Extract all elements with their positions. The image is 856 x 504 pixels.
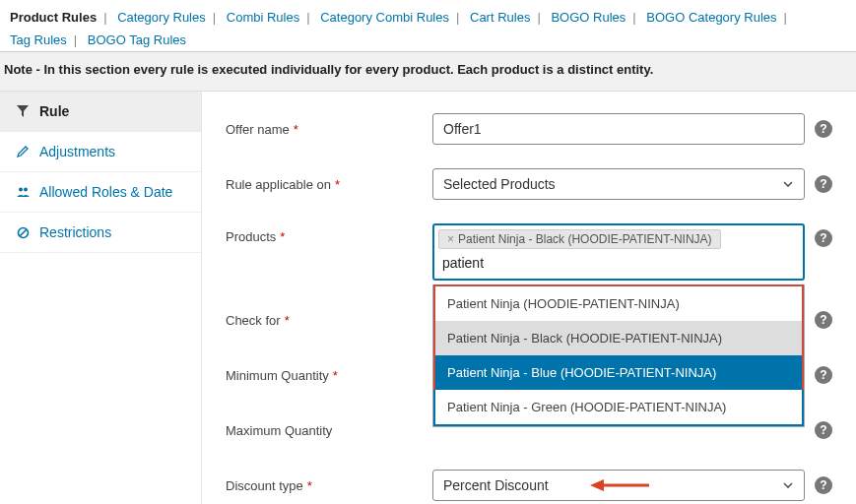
rule-form: Offer name* ? Rule applicable on* Select… (202, 92, 856, 504)
min-qty-label: Minimum Quantity* (226, 368, 432, 383)
discount-type-label: Discount type* (226, 478, 432, 493)
offer-name-input[interactable] (432, 113, 805, 145)
chevron-down-icon (782, 178, 794, 190)
chevron-down-icon (782, 479, 794, 491)
tab-bogo-rules[interactable]: BOGO Rules (545, 6, 631, 29)
selected-product-tag: × Patient Ninja - Black (HOODIE-PATIENT-… (438, 229, 721, 249)
tab-bogo-category-rules[interactable]: BOGO Category Rules (640, 6, 782, 29)
product-option[interactable]: Patient Ninja - Blue (HOODIE-PATIENT-NIN… (435, 355, 802, 390)
sidebar-item-roles-date[interactable]: Allowed Roles & Date (0, 172, 201, 213)
discount-type-value: Percent Discount (443, 477, 549, 493)
pencil-icon (16, 146, 30, 158)
help-icon[interactable]: ? (815, 311, 832, 329)
remove-tag-icon[interactable]: × (447, 232, 454, 246)
users-icon (16, 186, 30, 198)
help-icon[interactable]: ? (815, 476, 832, 494)
svg-point-1 (24, 188, 28, 192)
tag-label: Patient Ninja - Black (HOODIE-PATIENT-NI… (458, 232, 712, 246)
check-for-label: Check for* (226, 313, 432, 328)
tab-tag-rules[interactable]: Tag Rules (4, 29, 73, 51)
products-dropdown: Patient Ninja (HOODIE-PATIENT-NINJA) Pat… (432, 284, 805, 427)
rule-on-value: Selected Products (443, 176, 556, 192)
sidebar-item-label: Rule (39, 103, 69, 119)
offer-name-label: Offer name* (226, 122, 432, 137)
tab-cart-rules[interactable]: Cart Rules (464, 6, 536, 29)
products-multiselect[interactable]: × Patient Ninja - Black (HOODIE-PATIENT-… (432, 223, 805, 281)
products-label: Products* (226, 223, 432, 244)
ban-icon (16, 226, 30, 239)
help-icon[interactable]: ? (815, 421, 832, 439)
sidebar-item-label: Allowed Roles & Date (39, 184, 172, 200)
annotation-arrow-icon (590, 478, 649, 492)
help-icon[interactable]: ? (815, 120, 832, 138)
tab-bogo-tag-rules[interactable]: BOGO Tag Rules (82, 29, 192, 51)
rule-type-tabs: Product Rules| Category Rules| Combi Rul… (0, 0, 856, 52)
tab-category-rules[interactable]: Category Rules (111, 6, 212, 29)
section-note: Note - In this section every rule is exe… (0, 52, 856, 92)
rule-on-label: Rule applicable on* (226, 177, 432, 192)
tab-product-rules[interactable]: Product Rules (4, 6, 102, 29)
rule-on-select[interactable]: Selected Products (432, 168, 805, 200)
sidebar-item-rule[interactable]: Rule (0, 92, 201, 132)
sidebar-item-label: Adjustments (39, 144, 115, 159)
svg-marker-5 (590, 479, 604, 491)
product-option[interactable]: Patient Ninja (HOODIE-PATIENT-NINJA) (435, 286, 802, 321)
sidebar-item-restrictions[interactable]: Restrictions (0, 213, 201, 253)
svg-line-3 (20, 229, 27, 236)
sidebar: Rule Adjustments Allowed Roles & Date Re… (0, 92, 202, 504)
products-search-input[interactable] (438, 249, 799, 275)
help-icon[interactable]: ? (815, 229, 832, 247)
help-icon[interactable]: ? (815, 366, 832, 384)
sidebar-item-adjustments[interactable]: Adjustments (0, 132, 201, 172)
product-option[interactable]: Patient Ninja - Green (HOODIE-PATIENT-NI… (435, 390, 802, 424)
product-option[interactable]: Patient Ninja - Black (HOODIE-PATIENT-NI… (435, 321, 802, 355)
help-icon[interactable]: ? (815, 175, 832, 193)
settings-panel: Rule Adjustments Allowed Roles & Date Re… (0, 92, 856, 504)
filter-icon (16, 105, 30, 117)
sidebar-item-label: Restrictions (39, 224, 111, 240)
tab-combi-rules[interactable]: Combi Rules (221, 6, 305, 29)
svg-point-0 (19, 188, 23, 192)
max-qty-label: Maximum Quantity (226, 423, 432, 438)
tab-category-combi-rules[interactable]: Category Combi Rules (314, 6, 455, 29)
